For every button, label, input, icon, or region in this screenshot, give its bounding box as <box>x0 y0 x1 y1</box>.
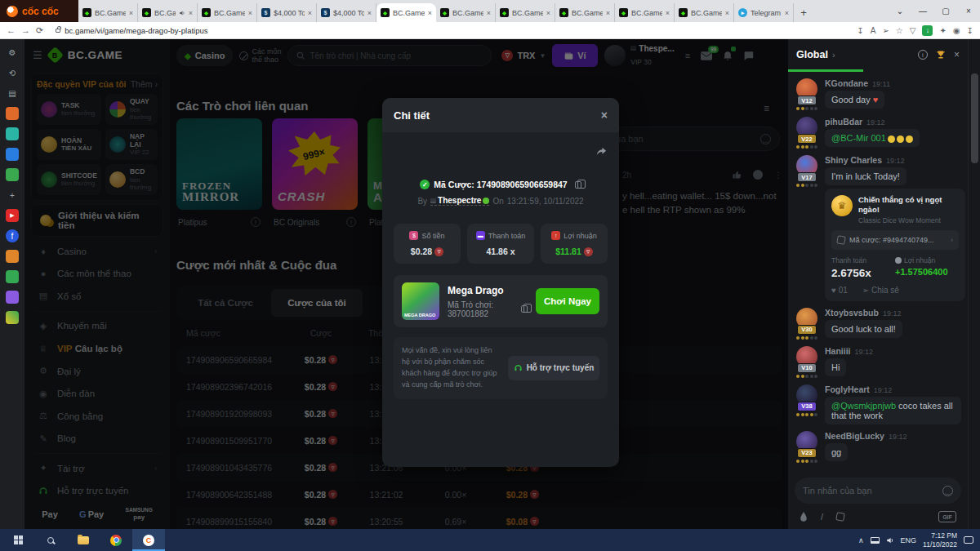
rain-icon[interactable] <box>800 512 808 522</box>
tab-close-icon[interactable]: × <box>428 9 432 17</box>
emoji-picker-icon[interactable]: ‿ <box>942 486 953 496</box>
tab-close-icon[interactable]: × <box>248 9 252 17</box>
tab-close-icon[interactable]: × <box>368 9 372 17</box>
browser-tab[interactable]: $$4,000 Top× <box>257 3 317 22</box>
new-tab-button[interactable]: + <box>794 3 813 22</box>
minimize-button[interactable]: — <box>911 7 934 16</box>
page-scrollbar[interactable] <box>968 39 980 529</box>
pixel-app-icon[interactable] <box>6 311 19 324</box>
save-page-icon[interactable]: ↧ <box>857 26 863 35</box>
games-icon[interactable] <box>6 168 19 181</box>
bookmark-star-icon[interactable]: ☆ <box>896 26 903 35</box>
tab-close-icon[interactable]: × <box>606 9 610 17</box>
gear-icon[interactable]: ⚙ <box>6 46 19 59</box>
tab-search-icon[interactable]: ⌄ <box>889 7 911 16</box>
win-share-card[interactable]: ♛ Chiến thắng có vị ngọt ngào!Classic Di… <box>825 189 965 301</box>
browser-tab[interactable]: ◆BC.Game× <box>615 3 675 22</box>
maximize-button[interactable]: ▢ <box>934 7 957 16</box>
chat-input[interactable]: Tin nhắn của bạn ‿ <box>795 478 961 504</box>
play-now-button[interactable]: Chơi Ngay <box>536 288 599 314</box>
music-icon[interactable] <box>6 270 19 283</box>
file-explorer-button[interactable] <box>67 529 100 551</box>
coccoc-button[interactable]: C <box>132 529 165 551</box>
bet-owner-link[interactable]: Thespectre <box>430 196 489 206</box>
mention-link[interactable]: @Qwsmkjpnjwb <box>831 401 896 411</box>
browser-tab[interactable]: ◆BC.Game× <box>78 3 138 22</box>
back-button[interactable]: ← <box>7 25 16 35</box>
messenger-icon[interactable] <box>6 148 19 161</box>
dice-icon[interactable] <box>835 512 845 522</box>
chat-username[interactable]: Xtoybsvsbub19:12 <box>825 308 961 318</box>
adblock-shield-icon[interactable]: ▽ <box>910 26 916 35</box>
modal-close-icon[interactable]: × <box>601 109 608 122</box>
tab-close-icon[interactable]: × <box>666 9 670 17</box>
language-indicator[interactable]: ENG <box>901 536 917 544</box>
browser-tab[interactable]: ▸Telegram× <box>734 3 794 22</box>
close-button[interactable]: × <box>957 7 980 16</box>
gif-button[interactable]: GIF <box>938 511 956 522</box>
download-manager-icon[interactable]: ↓ <box>922 25 933 36</box>
chat-username[interactable]: NeedBigLucky19:12 <box>825 431 961 441</box>
chat-app-icon[interactable] <box>6 127 19 140</box>
chat-close-icon[interactable]: × <box>954 49 960 60</box>
chat-username[interactable]: FoglyHeart19:12 <box>825 384 961 394</box>
share-arrow-icon[interactable] <box>595 145 608 158</box>
reload-button[interactable]: ⟳ <box>36 25 43 36</box>
start-button[interactable] <box>2 529 34 551</box>
win-bet-id[interactable]: Mã cược: #9494740749...› <box>831 230 959 250</box>
like-button[interactable]: ♥ 01 <box>831 286 848 295</box>
browser-tab[interactable]: ◆BC.Game× <box>496 3 555 22</box>
address-bar[interactable]: bc.game/vi/game/mega-drago-by-platipus <box>49 24 851 37</box>
network-icon[interactable] <box>871 537 880 544</box>
store-icon[interactable] <box>6 250 19 263</box>
apps-icon[interactable] <box>6 291 19 304</box>
youtube-icon[interactable]: ▶ <box>6 209 19 222</box>
browser-tab[interactable]: ◆BC.Ga× <box>138 3 198 22</box>
translate-icon[interactable]: A <box>871 26 876 35</box>
hot-news-icon[interactable] <box>6 107 19 120</box>
browser-tab[interactable]: ◆BC.Game× <box>198 3 257 22</box>
history-icon[interactable]: ⟲ <box>6 66 19 79</box>
extensions-icon[interactable]: ✦ <box>939 26 946 35</box>
browser-tab[interactable]: ◆BC.Game× <box>555 3 615 22</box>
volume-icon[interactable] <box>886 536 894 544</box>
share-icon[interactable]: ➢ <box>882 26 889 35</box>
share-button[interactable]: ➢ Chia sẻ <box>862 286 899 295</box>
reading-list-icon[interactable]: ▤ <box>6 87 19 100</box>
browser-tab[interactable]: ◆BC.Game× <box>436 3 496 22</box>
commands-icon[interactable]: / <box>821 512 823 522</box>
tab-close-icon[interactable]: × <box>785 9 789 17</box>
forward-button[interactable]: → <box>21 25 30 35</box>
browser-tab[interactable]: ◆BC.Game× <box>675 3 734 22</box>
chat-username[interactable]: Shiny Charles19:12 <box>825 155 961 165</box>
action-center-icon[interactable] <box>964 536 973 544</box>
add-app-icon[interactable]: + <box>6 189 19 202</box>
tab-close-icon[interactable]: × <box>129 9 133 17</box>
taskbar-search-button[interactable] <box>34 529 67 551</box>
chat-username[interactable]: Haniiii19:12 <box>825 346 961 356</box>
copy-icon[interactable] <box>575 181 581 189</box>
taskbar-clock[interactable]: 7:12 PM11/10/2022 <box>923 531 957 548</box>
tab-close-icon[interactable]: × <box>546 9 550 17</box>
mention-link[interactable]: @BC-Mir 001 <box>831 133 886 143</box>
modal-game-card[interactable]: MEGA DRAGO Mega Drago Mã Trò chơi: 38700… <box>394 275 608 327</box>
chat-channel-selector[interactable]: Global <box>796 49 828 60</box>
tray-expand-icon[interactable]: ∧ <box>858 536 864 544</box>
downloads-tray-icon[interactable]: ↧ <box>967 26 973 35</box>
browser-tab[interactable]: $$4,000 Top× <box>317 3 376 22</box>
tab-close-icon[interactable]: × <box>189 9 193 17</box>
browser-tab-active[interactable]: ◆BC.Game× <box>376 3 436 22</box>
tab-close-icon[interactable]: × <box>487 9 491 17</box>
profile-icon[interactable]: ◉ <box>953 26 960 35</box>
facebook-icon[interactable]: f <box>6 229 19 242</box>
browser-brand[interactable]: cốc cốc <box>0 0 78 22</box>
chat-username[interactable]: KGondane19:11 <box>825 78 961 88</box>
copy-icon[interactable] <box>521 305 528 313</box>
chrome-button[interactable] <box>100 529 132 551</box>
chat-info-icon[interactable]: i <box>918 50 928 60</box>
scrollbar-thumb[interactable] <box>971 73 978 163</box>
chat-username[interactable]: pihuBdar19:12 <box>825 117 961 127</box>
tab-close-icon[interactable]: × <box>725 9 729 17</box>
tab-close-icon[interactable]: × <box>308 9 312 17</box>
trophy-icon[interactable] <box>936 50 946 60</box>
